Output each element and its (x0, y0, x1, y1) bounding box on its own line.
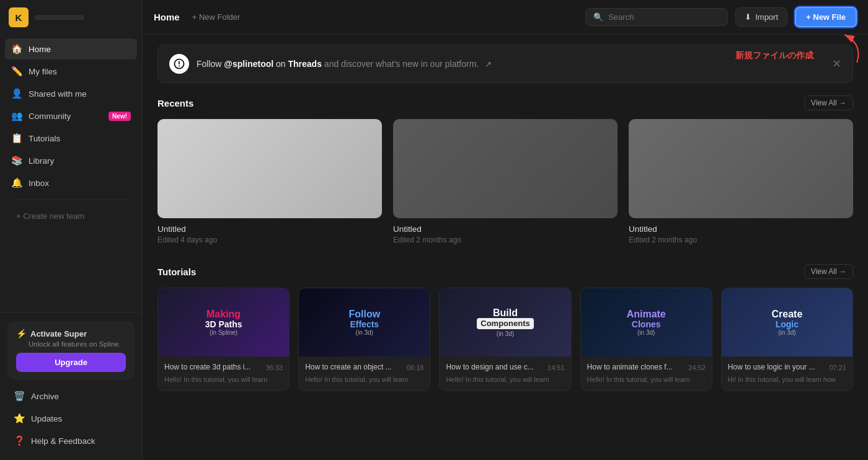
sidebar-item-label: Inbox (29, 179, 49, 188)
sidebar-item-shared-with-me[interactable]: 👤 Shared with me (5, 83, 137, 104)
file-date-0: Edited 4 days ago (157, 236, 382, 244)
tutorial-row-0: How to create 3d paths i... 36:33 (164, 363, 283, 373)
sidebar-top: K (0, 0, 142, 35)
edit-icon: ✏️ (11, 66, 22, 77)
recents-title: Recents (157, 98, 193, 108)
banner-handle: @splinetool (224, 59, 273, 69)
sidebar-item-archive[interactable]: 🗑️ Archive (7, 386, 135, 407)
banner-platform: Threads (288, 59, 321, 69)
banner-desc-text: and discover what's new in our platform. (324, 59, 479, 69)
main-content: Home + New Folder 🔍 ⬇ Import + New File (143, 0, 868, 460)
tutorial-row-2: How to design and use c... 14:51 (446, 363, 564, 373)
sidebar-item-my-files[interactable]: ✏️ My files (5, 61, 137, 82)
recents-section-header: Recents View All → (157, 95, 853, 110)
search-bar[interactable]: 🔍 (585, 8, 728, 26)
archive-icon: 🗑️ (14, 391, 25, 402)
file-card-1[interactable]: Untitled Edited 2 months ago (393, 119, 618, 244)
tutorial-row-4: How to use logic in your ... 07:21 (728, 363, 846, 373)
new-file-container: + New File 新規ファイルの作成 (795, 7, 857, 27)
tutorials-icon: 📋 (11, 133, 22, 144)
workspace-name[interactable] (35, 15, 84, 20)
tutorial-thumb-text-3: Animate Clones (in 3d) (622, 304, 671, 341)
banner-close-button[interactable]: ✕ (832, 57, 841, 71)
tutorial-card-3[interactable]: Animate Clones (in 3d) How to animate cl… (580, 288, 712, 391)
sidebar-item-library[interactable]: 📚 Library (5, 150, 137, 171)
tutorial-name-2: How to design and use c... (446, 363, 533, 373)
import-button[interactable]: ⬇ Import (735, 7, 787, 27)
library-icon: 📚 (11, 155, 22, 166)
tutorial-info-2: How to design and use c... 14:51 Hello! … (440, 356, 570, 391)
tutorial-desc-0: Hello! In this tutorial, you will learn (164, 375, 283, 384)
tutorial-thumb-3: Animate Clones (in 3d) (581, 288, 712, 356)
header: Home + New Folder 🔍 ⬇ Import + New File (143, 0, 868, 35)
sidebar-item-updates[interactable]: ⭐ Updates (7, 408, 135, 429)
new-file-button[interactable]: + New File (795, 7, 857, 27)
tutorial-name-3: How to animate clones f... (587, 363, 673, 373)
import-icon: ⬇ (745, 12, 751, 22)
tutorial-duration-4: 07:21 (829, 364, 846, 371)
sidebar-item-label: Library (29, 156, 54, 166)
file-thumbnail-1 (393, 119, 618, 218)
file-name-1: Untitled (393, 224, 618, 234)
activate-super-subtitle: Unlock all features on Spline. (29, 340, 126, 348)
tutorials-view-all-button[interactable]: View All → (804, 264, 853, 279)
tutorial-card-4[interactable]: Create Logic (in 3d) How to use logic in… (721, 288, 853, 391)
upgrade-button[interactable]: Upgrade (16, 353, 126, 372)
threads-banner[interactable]: Follow @splinetool on Threads and discov… (157, 45, 853, 83)
file-name-0: Untitled (157, 224, 382, 234)
file-card-0[interactable]: Untitled Edited 4 days ago (157, 119, 382, 244)
tutorial-card-2[interactable]: Build Components (in 3d) How to design a… (439, 288, 571, 391)
home-icon: 🏠 (11, 43, 22, 55)
tutorial-thumb-text-1: Follow Effects (in 3d) (343, 304, 385, 341)
tutorial-info-3: How to animate clones f... 24:52 Hello! … (581, 356, 712, 391)
updates-icon: ⭐ (14, 413, 25, 424)
new-folder-button[interactable]: + New Folder (187, 10, 246, 24)
sidebar-item-label: Help & Feedback (31, 436, 95, 446)
person-icon: 👤 (11, 88, 22, 99)
recents-view-all-button[interactable]: View All → (804, 95, 853, 110)
sidebar: K 🏠 Home ✏️ My files 👤 Shared with me 👥 … (0, 0, 143, 460)
tutorial-name-4: How to use logic in your ... (728, 363, 815, 373)
import-label: Import (755, 12, 778, 22)
file-date-2: Edited 2 months ago (629, 236, 853, 244)
page-title: Home (154, 12, 180, 22)
tutorial-thumb-4: Create Logic (in 3d) (722, 288, 852, 356)
tutorial-duration-1: 06:18 (407, 364, 424, 371)
tutorial-thumb-text-4: Create Logic (in 3d) (766, 304, 807, 341)
activate-header: ⚡ Activate Super (16, 329, 126, 338)
tutorial-desc-2: Hello! In this tutorial, you will learn (446, 375, 564, 384)
sidebar-divider (14, 200, 128, 200)
avatar[interactable]: K (9, 7, 29, 27)
create-team-button[interactable]: + Create new team (5, 206, 137, 226)
sidebar-item-label: Tutorials (29, 134, 60, 143)
sidebar-item-community[interactable]: 👥 Community New! (5, 105, 137, 126)
sidebar-nav: 🏠 Home ✏️ My files 👤 Shared with me 👥 Co… (0, 35, 142, 312)
tutorial-card-1[interactable]: Follow Effects (in 3d) How to create an … (298, 288, 430, 391)
file-thumbnail-0 (157, 119, 382, 218)
search-input[interactable] (608, 12, 720, 22)
tutorial-info-4: How to use logic in your ... 07:21 Hi! i… (722, 356, 852, 391)
sidebar-item-home[interactable]: 🏠 Home (5, 38, 137, 60)
inbox-icon: 🔔 (11, 177, 22, 188)
sidebar-item-tutorials[interactable]: 📋 Tutorials (5, 128, 137, 149)
sidebar-item-inbox[interactable]: 🔔 Inbox (5, 172, 137, 193)
banner-on: on (276, 59, 288, 69)
file-date-1: Edited 2 months ago (393, 236, 618, 244)
tutorial-info-1: How to create an object ... 06:18 Hello!… (299, 356, 430, 391)
tutorial-card-0[interactable]: Making 3D Paths (in Spline) How to creat… (157, 288, 290, 391)
sidebar-item-label: Updates (31, 414, 62, 423)
tutorial-name-1: How to create an object ... (305, 363, 391, 373)
tutorials-section-header: Tutorials View All → (157, 264, 853, 279)
sidebar-item-help[interactable]: ❓ Help & Feedback (7, 430, 135, 451)
bottom-nav: 🗑️ Archive ⭐ Updates ❓ Help & Feedback (7, 386, 135, 451)
tutorial-duration-3: 24:52 (688, 364, 706, 371)
sidebar-item-label: Home (29, 45, 51, 54)
sidebar-bottom: ⚡ Activate Super Unlock all features on … (0, 312, 142, 460)
activate-super-title: Activate Super (30, 329, 87, 338)
file-card-2[interactable]: Untitled Edited 2 months ago (629, 119, 853, 244)
help-icon: ❓ (14, 435, 25, 446)
sidebar-item-label: Archive (31, 392, 59, 401)
community-icon: 👥 (11, 110, 22, 122)
content-area: Follow @splinetool on Threads and discov… (143, 35, 868, 460)
tutorial-duration-2: 14:51 (547, 364, 565, 371)
